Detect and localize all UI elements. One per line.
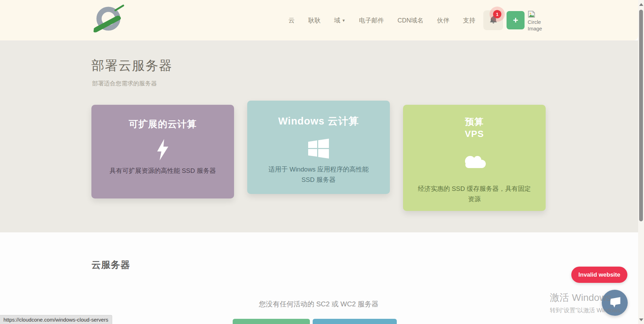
page-title: 部署云服务器 bbox=[91, 57, 172, 74]
nav-item-cloud[interactable]: 云 bbox=[288, 16, 295, 25]
nav-item-compute[interactable]: 耿耿 bbox=[308, 16, 321, 25]
hero-section: 部署云服务器 部署适合您需求的服务器 可扩展的云计算 具有可扩展资源的高性能 S… bbox=[0, 40, 638, 232]
navbar: 云 耿耿 域▼ 电子邮件 CDN域名 伙伴 支持 1 + Circle Imag… bbox=[0, 0, 638, 40]
avatar-alt-text: Circle Image bbox=[528, 19, 542, 31]
speech-bubble-icon bbox=[607, 294, 623, 312]
card-description: 适用于 Windows 应用程序的高性能 SSD 服务器 bbox=[265, 164, 372, 185]
card-title: 可扩展的云计算 bbox=[91, 118, 234, 130]
cloud-icon bbox=[403, 146, 546, 179]
lightning-icon bbox=[91, 134, 234, 166]
windows-icon bbox=[247, 133, 390, 164]
product-cards: 可扩展的云计算 具有可扩展资源的高性能 SSD 服务器 Windows 云计算 … bbox=[91, 101, 546, 211]
card-title-line1: 预算 bbox=[403, 116, 546, 128]
scroll-up-arrow-icon[interactable] bbox=[639, 3, 643, 6]
main-nav: 云 耿耿 域▼ 电子邮件 CDN域名 伙伴 支持 bbox=[288, 0, 475, 40]
nav-item-cdn[interactable]: CDN域名 bbox=[397, 16, 423, 25]
deploy-wc2-button[interactable]: 部署 bbox=[313, 319, 397, 324]
nav-item-domains-label: 域 bbox=[334, 17, 340, 24]
card-windows-cloud[interactable]: Windows 云计算 适用于 Windows 应用程序的高性能 SSD 服务器 bbox=[247, 101, 390, 194]
chevron-down-icon: ▼ bbox=[342, 18, 346, 22]
card-title: 预算 VPS bbox=[403, 116, 546, 140]
card-title-line2: VPS bbox=[403, 128, 546, 140]
card-budget-vps[interactable]: 预算 VPS 经济实惠的 SSD 缓存服务器，具有固定资源 bbox=[403, 105, 546, 211]
chat-widget-button[interactable] bbox=[602, 290, 628, 316]
card-title: Windows 云计算 bbox=[247, 114, 390, 128]
servers-heading: 云服务器 bbox=[91, 259, 130, 271]
scrollbar-thumb[interactable] bbox=[639, 10, 643, 221]
card-scalable-cloud[interactable]: 可扩展的云计算 具有可扩展资源的高性能 SSD 服务器 bbox=[91, 105, 234, 198]
scrollbar[interactable] bbox=[638, 0, 644, 324]
browser-status-url: https://cloudcone.com/windows-cloud-serv… bbox=[0, 315, 112, 324]
add-service-button[interactable]: + bbox=[507, 11, 525, 29]
avatar[interactable]: Circle Image bbox=[528, 10, 546, 39]
nav-item-domains[interactable]: 域▼ bbox=[334, 16, 346, 25]
broken-image-icon bbox=[528, 10, 535, 18]
nav-item-partners[interactable]: 伙伴 bbox=[437, 16, 449, 25]
invalid-website-button[interactable]: Invalid website bbox=[571, 267, 627, 283]
notification-badge: 1 bbox=[493, 10, 501, 18]
page-subtitle: 部署适合您需求的服务器 bbox=[92, 80, 157, 87]
deploy-sc2-button[interactable]: 部署 bbox=[233, 319, 310, 324]
card-description: 经济实惠的 SSD 缓存服务器，具有固定资源 bbox=[417, 184, 531, 204]
scroll-down-arrow-icon[interactable] bbox=[639, 318, 643, 321]
nav-item-email[interactable]: 电子邮件 bbox=[359, 16, 384, 25]
empty-servers-text: 您没有任何活动的 SC2 或 WC2 服务器 bbox=[91, 299, 546, 309]
card-description: 具有可扩展资源的高性能 SSD 服务器 bbox=[106, 166, 220, 176]
cloudcone-logo[interactable] bbox=[88, 1, 126, 36]
nav-item-support[interactable]: 支持 bbox=[463, 16, 475, 25]
